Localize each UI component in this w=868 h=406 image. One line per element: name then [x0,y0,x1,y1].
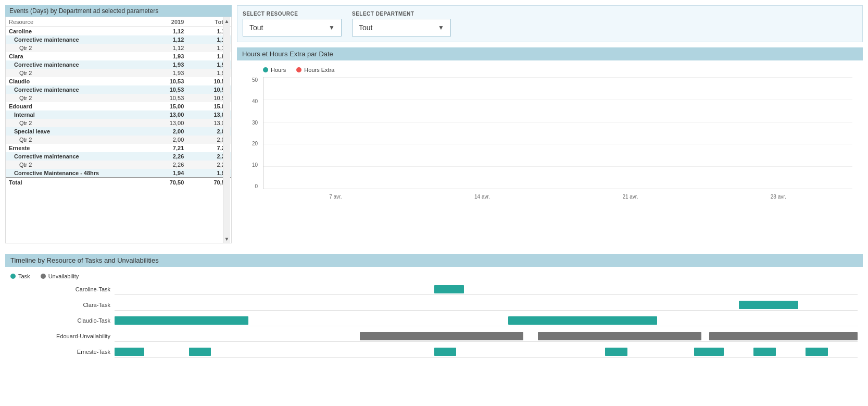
table-row: Corrective maintenance10,5310,53 [6,85,231,94]
bar-group [288,77,309,189]
bar-group [491,77,512,189]
timeline-row: Claudio-Task [10,315,858,326]
hours-legend: Hours [263,67,286,73]
resource-filter-label: SELECT RESOURCE [243,11,342,17]
bar-group [536,77,557,189]
y-axis: 50 40 30 20 10 0 [237,77,260,189]
bar-group [671,77,693,189]
bar-group [716,77,737,189]
resource-dropdown-arrow: ▼ [329,24,335,31]
row-2019: 2,26 [143,152,187,161]
right-section: SELECT RESOURCE Tout ▼ SELECT DEPARTMENT… [237,5,863,243]
row-label: Claudio [6,77,143,85]
timeline-bar [434,285,464,293]
x-label-21avr: 21 avr. [622,194,638,200]
table-section: Events (Days) by Department ad selected … [5,5,232,243]
row-label: Corrective maintenance [6,152,143,161]
table-row: Caroline1,121,12 [6,27,231,36]
timeline-row-label: Erneste-Task [10,349,115,355]
timeline-bar [605,348,627,356]
bars-container [263,77,852,189]
bar-group [784,77,805,189]
bar-group [423,77,445,189]
scroll-indicator[interactable]: ▲ ▼ [223,17,230,243]
table-row: Qtr 21,121,12 [6,44,231,52]
row-2019: 10,53 [143,94,187,102]
timeline-row: Erneste-Task [10,346,858,358]
bar-group [311,77,332,189]
hours-extra-legend-label: Hours Extra [304,67,334,73]
department-select[interactable]: Tout ▼ [352,19,451,36]
row-2019: 2,26 [143,161,187,169]
timeline-track [115,330,858,342]
timeline-track [115,299,858,311]
bar-group [649,77,670,189]
bar-group [513,77,535,189]
y-label-40: 40 [252,99,258,104]
row-label: Clara [6,52,143,60]
resource-select[interactable]: Tout ▼ [243,19,342,36]
bar-group [356,77,377,189]
timeline-bar [434,348,457,356]
department-filter-group: SELECT DEPARTMENT Tout ▼ [352,11,451,36]
table-row: Qtr 21,931,93 [6,69,231,77]
hours-legend-dot [263,67,268,72]
department-select-value: Tout [359,23,372,32]
hours-extra-legend-dot [296,67,301,72]
timeline-track [115,284,858,295]
timeline-bar [115,316,248,325]
department-filter-label: SELECT DEPARTMENT [352,11,451,17]
row-2019: 1,93 [143,60,187,69]
y-label-0: 0 [255,183,258,189]
timeline-bar [694,348,724,356]
chart-section: Hours et Hours Extra par Date Hours Hour… [237,47,863,202]
total-row: Total70,5070,50 [6,178,231,188]
table-row: Corrective Maintenance - 48hrs1,941,94 [6,169,231,178]
table-row: Corrective maintenance1,931,93 [6,60,231,69]
row-label: Qtr 2 [6,119,143,127]
table-title: Events (Days) by Department ad selected … [5,5,232,17]
row-label: Qtr 2 [6,136,143,144]
row-label: Qtr 2 [6,94,143,102]
table-row: Corrective maintenance2,262,26 [6,152,231,161]
total-2019: 70,50 [143,178,187,188]
table-row: Qtr 213,0013,00 [6,119,231,127]
row-2019: 1,94 [143,169,187,178]
x-label-14avr: 14 avr. [474,194,490,200]
row-label: Qtr 2 [6,161,143,169]
task-legend-label: Task [18,273,30,279]
bar-group [558,77,580,189]
bar-group [694,77,715,189]
total-label: Total [6,178,143,188]
bar-group [829,77,850,189]
scroll-down-button[interactable]: ▼ [224,236,230,242]
table-row: Edouard15,0015,00 [6,102,231,110]
timeline-row-label: Clara-Task [10,302,115,308]
row-label: Internal [6,110,143,119]
timeline-bar [508,316,657,325]
y-label-50: 50 [252,77,258,83]
row-label: Edouard [6,102,143,110]
row-label: Qtr 2 [6,69,143,77]
bar-group [739,77,760,189]
col-resource: Resource [6,17,143,27]
chart-container: 50 40 30 20 10 0 [237,77,863,202]
row-label: Corrective Maintenance - 48hrs [6,169,143,178]
y-label-20: 20 [252,141,258,146]
bar-group [761,77,783,189]
unavail-legend-dot [41,274,46,279]
table-row: Clara1,931,93 [6,52,231,60]
timeline-legend: Task Unvailability [5,271,863,284]
row-2019: 1,12 [143,44,187,52]
chart-legend: Hours Hours Extra [237,65,863,75]
scroll-up-button[interactable]: ▲ [224,18,230,24]
table-row: Qtr 22,002,00 [6,136,231,144]
row-2019: 13,00 [143,119,187,127]
unavail-legend-label: Unvailability [48,273,79,279]
bar-group [401,77,422,189]
data-table: Resource 2019 Total Caroline1,121,12Corr… [6,17,231,187]
timeline-bar [709,332,858,340]
row-label: Erneste [6,144,143,152]
resource-select-value: Tout [249,23,263,32]
bar-group [378,77,399,189]
